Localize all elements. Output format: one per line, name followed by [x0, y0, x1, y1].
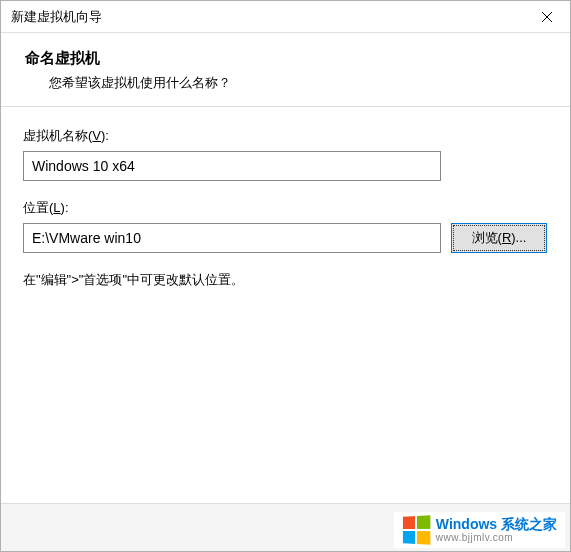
titlebar: 新建虚拟机向导 — [1, 1, 570, 33]
page-title: 命名虚拟机 — [25, 49, 546, 68]
default-location-note: 在"编辑">"首选项"中可更改默认位置。 — [23, 271, 548, 289]
next-button[interactable]: 下一 — [506, 514, 554, 542]
location-input[interactable] — [23, 223, 441, 253]
wizard-header: 命名虚拟机 您希望该虚拟机使用什么名称？ — [1, 33, 570, 107]
location-row: 浏览(R)... — [23, 223, 548, 253]
location-label: 位置(L): — [23, 199, 548, 217]
browse-button[interactable]: 浏览(R)... — [451, 223, 547, 253]
vm-name-label: 虚拟机名称(V): — [23, 127, 548, 145]
vm-name-input[interactable] — [23, 151, 441, 181]
wizard-dialog: 新建虚拟机向导 命名虚拟机 您希望该虚拟机使用什么名称？ 虚拟机名称(V): 位… — [0, 0, 571, 552]
page-subtitle: 您希望该虚拟机使用什么名称？ — [49, 74, 546, 92]
close-button[interactable] — [524, 1, 570, 33]
close-icon — [542, 12, 552, 22]
wizard-content: 虚拟机名称(V): 位置(L): 浏览(R)... 在"编辑">"首选项"中可更… — [1, 107, 570, 503]
window-title: 新建虚拟机向导 — [11, 8, 102, 26]
wizard-footer: < 上一步(B) 下一 — [1, 503, 570, 551]
back-button[interactable]: < 上一步(B) — [400, 514, 500, 542]
